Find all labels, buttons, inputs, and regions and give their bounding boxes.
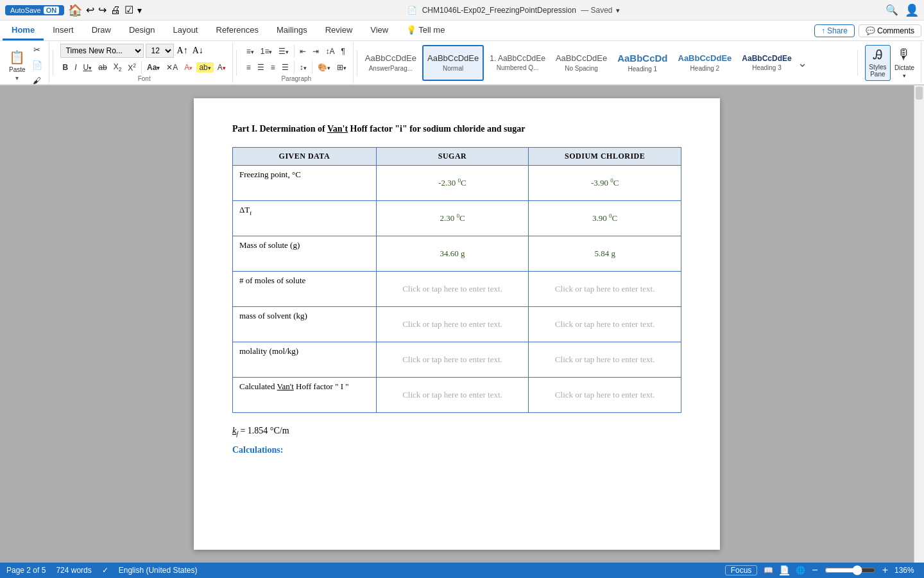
tab-insert[interactable]: Insert [44, 21, 83, 40]
strikethrough-button[interactable]: ab [96, 62, 109, 73]
main-area: Part I. Determination of Van't Hoff fact… [0, 85, 924, 563]
home-icon[interactable]: 🏠 [68, 3, 82, 17]
bold-button[interactable]: B [60, 62, 71, 73]
title-chevron[interactable]: ▾ [616, 6, 620, 14]
justify-button[interactable]: ☰ [279, 62, 291, 73]
kf-value: = 1.854 °C/m [240, 426, 289, 435]
tab-review[interactable]: Review [316, 21, 362, 40]
cell-sugar-molality[interactable]: Click or tap here to enter text. [376, 342, 529, 378]
multilevel-button[interactable]: ☰▾ [276, 46, 291, 57]
focus-button[interactable]: Focus [725, 565, 758, 575]
cell-sugar-mass[interactable]: 34.60 g [376, 236, 529, 272]
cell-nacl-freezing[interactable]: -3.90 0C [529, 166, 681, 201]
bullets-button[interactable]: ≡▾ [244, 46, 257, 57]
cell-nacl-solvent[interactable]: Click or tap here to enter text. [529, 307, 681, 342]
subscript-button[interactable]: X2 [111, 62, 124, 73]
check-icon[interactable]: ☑ [124, 4, 133, 16]
cell-nacl-vanthoff[interactable]: Click or tap here to enter text. [529, 378, 681, 413]
align-right-button[interactable]: ≡ [268, 62, 278, 73]
cut-button[interactable]: ✂ [30, 44, 45, 57]
style-heading2[interactable]: AaBbCcDdEe Heading 2 [674, 45, 737, 81]
tab-layout[interactable]: Layout [164, 21, 207, 40]
underline-button[interactable]: U▾ [81, 62, 95, 73]
highlight-button[interactable]: ab▾ [196, 62, 213, 73]
paste-chevron[interactable]: ▾ [15, 74, 19, 82]
cell-sugar-vanthoff[interactable]: Click or tap here to enter text. [376, 378, 529, 413]
shrink-font-button[interactable]: A↓ [191, 46, 205, 56]
italic-button[interactable]: I [72, 62, 79, 73]
comments-button[interactable]: 💬 Comments [859, 24, 921, 37]
style-normal[interactable]: AaBbCcDdEe Normal [422, 45, 484, 81]
underline-chevron[interactable]: ▾ [89, 65, 92, 71]
sort-button[interactable]: ↕A [323, 46, 337, 57]
language-label[interactable]: English (United States) [119, 566, 198, 575]
read-mode-icon[interactable]: 📖 [764, 566, 773, 575]
cell-nacl-mass[interactable]: 5.84 g [529, 236, 681, 272]
sep4 [294, 45, 295, 58]
text-color-button[interactable]: A▾ [182, 62, 195, 73]
search-icon[interactable]: 🔍 [886, 4, 898, 16]
cell-sugar-freezing[interactable]: -2.30 0C [376, 166, 529, 201]
superscript-button[interactable]: X2 [125, 62, 139, 73]
tab-view[interactable]: View [361, 21, 397, 40]
align-left-button[interactable]: ≡ [244, 62, 253, 73]
print-icon[interactable]: 🖨 [110, 4, 121, 16]
user-icon[interactable]: 👤 [905, 3, 919, 17]
show-formatting-button[interactable]: ¶ [338, 46, 347, 57]
zoom-out-button[interactable]: − [812, 565, 817, 576]
style-heading3[interactable]: AaBbCcDdEe Heading 3 [737, 45, 796, 81]
cell-nacl-dtf[interactable]: 3.90 0C [529, 201, 681, 236]
tab-mailings[interactable]: Mailings [268, 21, 316, 40]
borders-button[interactable]: ⊞▾ [334, 62, 349, 73]
numbering-button[interactable]: 1≡▾ [258, 46, 275, 57]
paste-button[interactable]: 📋 Paste ▾ [6, 49, 28, 82]
dictate-chevron[interactable]: ▾ [903, 73, 906, 79]
web-layout-icon[interactable]: 🌐 [796, 566, 805, 575]
decrease-indent-button[interactable]: ⇤ [297, 46, 309, 57]
font-family-select[interactable]: Times New Ro... [60, 44, 144, 58]
autosave-button[interactable]: AutoSave ON [5, 5, 64, 15]
font-color-button2[interactable]: A▾ [215, 62, 228, 73]
style-nospacing[interactable]: AaBbCcDdEe No Spacing [551, 45, 612, 81]
clipboard-buttons: 📋 Paste ▾ ✂ 📄 🖌 [6, 44, 45, 87]
dictate-button[interactable]: 🎙 Dictate ▾ [892, 46, 917, 80]
word-count: 724 words [56, 566, 91, 575]
font-case-button[interactable]: Aa▾ [144, 62, 162, 73]
zoom-level[interactable]: 136% [894, 566, 918, 575]
zoom-slider[interactable] [825, 565, 876, 575]
tab-references[interactable]: References [207, 21, 268, 40]
cell-sugar-solvent[interactable]: Click or tap here to enter text. [376, 307, 529, 342]
shading-button[interactable]: 🎨▾ [315, 62, 333, 73]
zoom-in-button[interactable]: + [882, 565, 888, 576]
tab-home[interactable]: Home [3, 21, 44, 40]
font-size-select[interactable]: 12 [146, 44, 174, 58]
gallery-more-chevron[interactable]: ⌄ [798, 56, 807, 70]
style-numberedq[interactable]: 1. AaBbCcDdEe Numbered Q... [485, 45, 550, 81]
cell-sugar-moles[interactable]: Click or tap here to enter text. [376, 272, 529, 307]
print-layout-icon[interactable]: 📄 [780, 565, 789, 575]
grow-font-button[interactable]: A↑ [176, 46, 189, 56]
scroll-area[interactable]: Part I. Determination of Van't Hoff fact… [0, 85, 914, 563]
cell-nacl-molality[interactable]: Click or tap here to enter text. [529, 342, 681, 378]
style-answerparag[interactable]: AaBbCcDdEe AnswerParag... [361, 45, 421, 81]
share-button[interactable]: ↑ Share [814, 24, 855, 37]
autosave-toggle[interactable]: ON [44, 6, 60, 14]
tab-draw[interactable]: Draw [83, 21, 120, 40]
redo-icon[interactable]: ↪ [98, 4, 107, 16]
style-heading1[interactable]: AaBbCcDd Heading 1 [613, 45, 672, 81]
clear-formatting-button[interactable]: ✕A [164, 62, 180, 73]
right-scrollbar[interactable] [914, 85, 924, 563]
align-center-button[interactable]: ☰ [255, 62, 267, 73]
copy-button[interactable]: 📄 [30, 59, 45, 72]
cell-nacl-moles[interactable]: Click or tap here to enter text. [529, 272, 681, 307]
cell-sugar-dtf[interactable]: 2.30 0C [376, 201, 529, 236]
spell-check-icon[interactable]: ✓ [102, 566, 108, 575]
tab-tellme[interactable]: 💡Tell me [397, 21, 454, 40]
line-spacing-button[interactable]: ↕▾ [297, 62, 309, 73]
cut-icon: ✂ [33, 45, 40, 55]
styles-pane-button[interactable]: Ꭿ Styles Pane [865, 45, 891, 81]
tab-design[interactable]: Design [120, 21, 164, 40]
undo-icon[interactable]: ↩ [86, 4, 94, 16]
increase-indent-button[interactable]: ⇥ [310, 46, 321, 57]
customize-icon[interactable]: ▾ [137, 5, 142, 15]
